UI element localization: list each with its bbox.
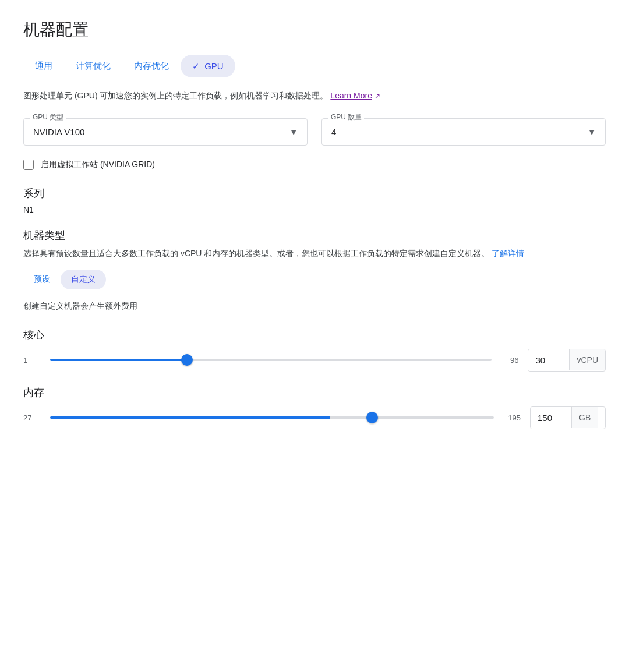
- series-value: N1: [23, 205, 606, 214]
- gpu-type-dropdown-arrow: ▼: [289, 128, 298, 137]
- custom-note: 创建自定义机器会产生额外费用: [23, 301, 606, 312]
- gpu-count-group: GPU 数量 1 2 4 8 ▼: [321, 118, 606, 146]
- tab-gpu[interactable]: ✓ GPU: [181, 55, 235, 77]
- core-section-title: 核心: [23, 328, 606, 342]
- memory-value-box: GB: [530, 406, 606, 429]
- memory-min: 27: [23, 413, 41, 422]
- virtual-workstation-label[interactable]: 启用虚拟工作站 (NVIDIA GRID): [41, 160, 155, 170]
- gpu-description: 图形处理单元 (GPU) 可加速您的实例上的特定工作负载，例如机器学习和数据处理…: [23, 89, 606, 102]
- memory-unit: GB: [571, 407, 598, 428]
- gpu-type-group: GPU 类型 NVIDIA V100 NVIDIA T4 NVIDIA P100…: [23, 118, 308, 146]
- virtual-workstation-checkbox[interactable]: [23, 160, 34, 170]
- core-value-input[interactable]: [528, 349, 569, 371]
- core-value-box: vCPU: [528, 349, 606, 372]
- core-slider-section: 核心 1 96 vCPU: [23, 328, 606, 372]
- gpu-type-select-wrapper[interactable]: NVIDIA V100 NVIDIA T4 NVIDIA P100 NVIDIA…: [23, 118, 308, 146]
- memory-max: 195: [503, 413, 521, 422]
- core-max: 96: [501, 356, 518, 365]
- core-slider-row: 1 96 vCPU: [23, 349, 606, 372]
- machine-type-sub-tabs: 预设 自定义: [23, 270, 606, 289]
- machine-type-learn-more-link[interactable]: 了解详情: [492, 249, 524, 258]
- virtual-workstation-row: 启用虚拟工作站 (NVIDIA GRID): [23, 160, 606, 170]
- tab-compute[interactable]: 计算优化: [64, 55, 122, 77]
- sub-tab-custom[interactable]: 自定义: [61, 270, 106, 289]
- gpu-type-select[interactable]: NVIDIA V100 NVIDIA T4 NVIDIA P100 NVIDIA…: [33, 127, 289, 137]
- core-slider[interactable]: [50, 359, 492, 361]
- tab-bar: 通用 计算优化 内存优化 ✓ GPU: [23, 55, 606, 77]
- tab-gpu-label: GPU: [204, 61, 224, 71]
- memory-slider-row: 27 195 GB: [23, 406, 606, 429]
- gpu-count-dropdown-arrow: ▼: [588, 128, 596, 137]
- memory-section-title: 内存: [23, 385, 606, 399]
- core-min: 1: [23, 356, 41, 365]
- gpu-form-row: GPU 类型 NVIDIA V100 NVIDIA T4 NVIDIA P100…: [23, 118, 606, 146]
- external-link-icon: ↗: [374, 92, 380, 100]
- tab-general[interactable]: 通用: [23, 55, 64, 77]
- core-unit: vCPU: [569, 349, 605, 370]
- gpu-count-select-wrapper[interactable]: 1 2 4 8 ▼: [321, 118, 606, 146]
- core-slider-container: [50, 349, 492, 370]
- gpu-count-select[interactable]: 1 2 4 8: [331, 127, 588, 137]
- memory-slider-section: 内存 27 195 GB: [23, 385, 606, 429]
- memory-slider[interactable]: [50, 416, 494, 419]
- tab-memory[interactable]: 内存优化: [122, 55, 181, 77]
- sub-tab-preset[interactable]: 预设: [23, 270, 61, 289]
- series-section-title: 系列: [23, 186, 606, 200]
- check-icon: ✓: [192, 61, 200, 71]
- page-title: 机器配置: [23, 19, 606, 41]
- learn-more-link[interactable]: Learn More: [330, 91, 372, 100]
- memory-value-input[interactable]: [531, 407, 571, 429]
- gpu-count-label: GPU 数量: [328, 112, 364, 122]
- machine-type-title: 机器类型: [23, 228, 606, 242]
- memory-slider-container: [50, 407, 494, 428]
- machine-type-description: 选择具有预设数量且适合大多数工作负载的 vCPU 和内存的机器类型。或者，您也可…: [23, 247, 606, 260]
- gpu-type-label: GPU 类型: [30, 112, 66, 122]
